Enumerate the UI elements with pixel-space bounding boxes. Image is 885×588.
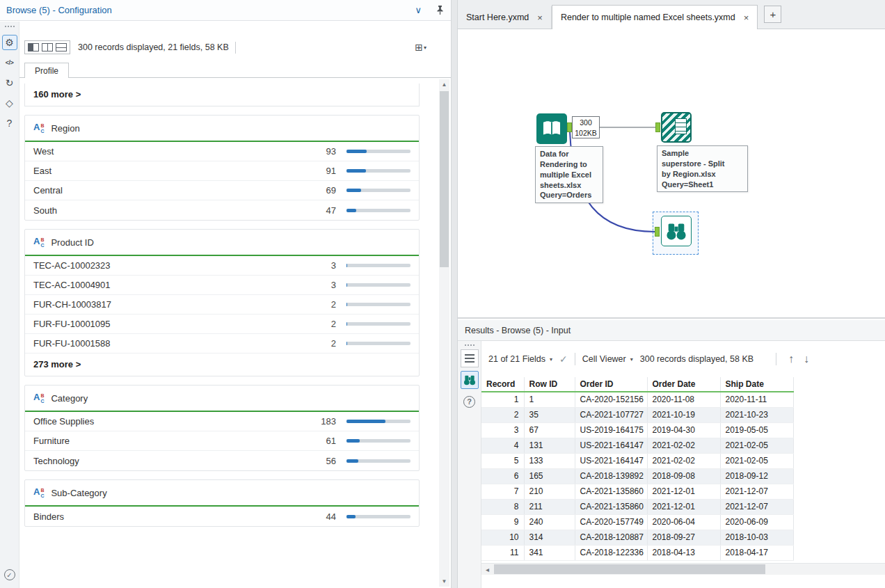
field-value-row[interactable]: East 91 bbox=[25, 161, 419, 181]
field-value-row[interactable]: FUR-CH-10003817 2 bbox=[25, 295, 419, 315]
table-row[interactable]: 235CA-2021-1077272021-10-192021-10-23 bbox=[481, 408, 793, 423]
ship-date-cell[interactable]: 2020-11-11 bbox=[720, 392, 793, 408]
pin-icon[interactable] bbox=[436, 5, 445, 15]
field-value-row[interactable]: Binders 44 bbox=[25, 507, 419, 526]
browse-view-button[interactable] bbox=[461, 371, 479, 389]
record-cell[interactable]: 10 bbox=[481, 530, 524, 546]
table-row[interactable]: 5133US-2021-1641472021-02-022021-02-05 bbox=[481, 454, 793, 469]
ship-date-cell[interactable]: 2021-02-05 bbox=[720, 454, 793, 469]
output-input-anchor[interactable] bbox=[655, 122, 660, 132]
workflow-tab[interactable]: Start Here.yxmd × bbox=[458, 6, 552, 29]
horizontal-split-layout-button[interactable] bbox=[56, 43, 67, 51]
record-cell[interactable]: 6 bbox=[481, 469, 524, 484]
table-row[interactable]: 10314CA-2018-1208872018-09-272018-10-03 bbox=[481, 530, 793, 546]
field-value-row[interactable]: TEC-AC-10002323 3 bbox=[25, 256, 419, 276]
workflow-canvas[interactable]: 300 102KB Data for Rendering to multiple… bbox=[458, 29, 885, 319]
order-id-cell[interactable]: US-2019-164175 bbox=[575, 423, 647, 438]
record-cell[interactable]: 4 bbox=[481, 438, 524, 454]
row-id-cell[interactable]: 341 bbox=[524, 546, 575, 561]
order-id-cell[interactable]: CA-2018-122336 bbox=[575, 546, 647, 561]
ship-date-cell[interactable]: 2018-09-12 bbox=[720, 469, 793, 484]
order-date-cell[interactable]: 2020-11-08 bbox=[647, 392, 720, 408]
scrollbar-track[interactable] bbox=[493, 564, 885, 575]
table-row[interactable]: 6165CA-2018-1398922018-09-082018-09-12 bbox=[481, 469, 793, 484]
order-id-cell[interactable]: CA-2020-152156 bbox=[575, 392, 647, 408]
field-value-row[interactable]: Central 69 bbox=[25, 181, 419, 200]
refresh-button[interactable]: ↻ bbox=[2, 75, 17, 90]
order-date-cell[interactable]: 2018-09-27 bbox=[647, 530, 720, 546]
row-id-cell[interactable]: 240 bbox=[524, 515, 575, 530]
order-date-cell[interactable]: 2021-12-01 bbox=[647, 484, 720, 500]
column-header[interactable]: Ship Date bbox=[720, 377, 793, 392]
ship-date-cell[interactable]: 2021-12-07 bbox=[720, 500, 793, 515]
record-cell[interactable]: 7 bbox=[481, 484, 524, 500]
column-header[interactable]: Order ID bbox=[575, 377, 647, 392]
order-date-cell[interactable]: 2021-12-01 bbox=[647, 500, 720, 515]
row-id-cell[interactable]: 210 bbox=[524, 484, 575, 500]
apply-button[interactable]: ✓ bbox=[2, 567, 17, 582]
row-id-cell[interactable]: 35 bbox=[524, 408, 575, 423]
order-id-cell[interactable]: CA-2021-135860 bbox=[575, 484, 647, 500]
vertical-scrollbar[interactable]: ▲ ▼ bbox=[439, 79, 449, 587]
field-value-row[interactable]: West 93 bbox=[25, 142, 419, 161]
column-header[interactable]: Record bbox=[481, 377, 524, 392]
browse-tool[interactable] bbox=[661, 216, 692, 246]
input-data-tool[interactable] bbox=[536, 113, 567, 144]
connection-progress-label[interactable]: 300 102KB bbox=[572, 116, 600, 138]
record-cell[interactable]: 2 bbox=[481, 408, 524, 423]
order-id-cell[interactable]: US-2021-164147 bbox=[575, 454, 647, 469]
order-id-cell[interactable]: US-2021-164147 bbox=[575, 438, 647, 454]
field-value-row[interactable]: FUR-FU-10001588 2 bbox=[25, 334, 419, 353]
open-new-window-button[interactable]: ⊞ ▾ bbox=[415, 42, 426, 53]
collapse-chevron-icon[interactable]: ∨ bbox=[415, 5, 422, 15]
column-header[interactable]: Order Date bbox=[647, 377, 720, 392]
row-id-cell[interactable]: 165 bbox=[524, 469, 575, 484]
scroll-bottom-button[interactable]: ↓ bbox=[804, 353, 809, 365]
output-tool-annotation[interactable]: Sample superstore - Split by Region.xlsx… bbox=[657, 145, 748, 192]
scrollbar-thumb[interactable] bbox=[494, 564, 765, 574]
input-output-anchor[interactable] bbox=[567, 122, 572, 132]
scroll-down-button[interactable]: ▼ bbox=[439, 576, 449, 587]
field-value-row[interactable]: South 47 bbox=[25, 200, 419, 220]
more-values-link[interactable]: 273 more > bbox=[25, 353, 419, 376]
horizontal-scrollbar[interactable]: ◂ bbox=[481, 563, 885, 575]
configuration-tab-button[interactable]: ⚙ bbox=[2, 35, 17, 50]
vertical-split-layout-button[interactable] bbox=[42, 43, 53, 51]
record-cell[interactable]: 3 bbox=[481, 423, 524, 438]
table-row[interactable]: 7210CA-2021-1358602021-12-012021-12-07 bbox=[481, 484, 793, 500]
field-value-row[interactable]: TEC-AC-10004901 3 bbox=[25, 276, 419, 295]
field-value-row[interactable]: FUR-FU-10001095 2 bbox=[25, 315, 419, 334]
field-value-row[interactable]: Technology 56 bbox=[25, 451, 419, 470]
xml-view-button[interactable]: </> bbox=[2, 55, 17, 70]
order-id-cell[interactable]: CA-2018-120887 bbox=[575, 530, 647, 546]
scrollbar-thumb[interactable] bbox=[440, 91, 449, 267]
cell-viewer-selector[interactable]: Cell Viewer ▾ bbox=[582, 354, 633, 364]
record-cell[interactable]: 8 bbox=[481, 500, 524, 515]
more-values-link[interactable]: 160 more > bbox=[25, 84, 419, 106]
order-date-cell[interactable]: 2020-06-04 bbox=[647, 515, 720, 530]
annotation-tab-button[interactable]: ◇ bbox=[2, 95, 17, 111]
tab-close-icon[interactable]: × bbox=[744, 13, 749, 23]
order-id-cell[interactable]: CA-2020-157749 bbox=[575, 515, 647, 530]
field-value-row[interactable]: Office Supplies 183 bbox=[25, 412, 419, 431]
table-row[interactable]: 367US-2019-1641752019-04-302019-05-05 bbox=[481, 423, 793, 438]
ship-date-cell[interactable]: 2019-05-05 bbox=[720, 423, 793, 438]
single-pane-layout-button[interactable] bbox=[28, 43, 39, 51]
record-cell[interactable]: 11 bbox=[481, 546, 524, 561]
order-date-cell[interactable]: 2019-04-30 bbox=[647, 423, 720, 438]
order-id-cell[interactable]: CA-2021-107727 bbox=[575, 408, 647, 423]
browse-input-anchor[interactable] bbox=[655, 227, 660, 237]
new-workflow-tab-button[interactable]: + bbox=[764, 6, 781, 23]
field-value-row[interactable]: Furniture 61 bbox=[25, 431, 419, 451]
fields-selector[interactable]: 21 of 21 Fields ▾ bbox=[488, 354, 552, 364]
workflow-tab[interactable]: Render to multiple named Excel sheets.yx… bbox=[552, 5, 758, 29]
results-help-button[interactable]: ? bbox=[461, 392, 479, 411]
table-row[interactable]: 11341CA-2018-1223362018-04-132018-04-17 bbox=[481, 546, 793, 561]
column-header[interactable]: Row ID bbox=[524, 377, 575, 392]
table-row[interactable]: 8211CA-2021-1358602021-12-012021-12-07 bbox=[481, 500, 793, 515]
ship-date-cell[interactable]: 2021-12-07 bbox=[720, 484, 793, 500]
ship-date-cell[interactable]: 2021-10-23 bbox=[720, 408, 793, 423]
scroll-left-button[interactable]: ◂ bbox=[481, 564, 493, 575]
ship-date-cell[interactable]: 2018-04-17 bbox=[720, 546, 793, 561]
ship-date-cell[interactable]: 2021-02-05 bbox=[720, 438, 793, 454]
